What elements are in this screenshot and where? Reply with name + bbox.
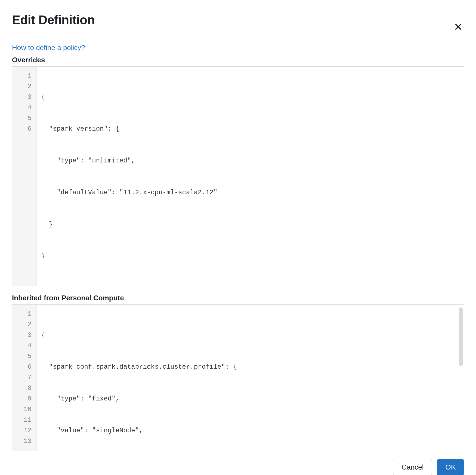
modal-header: Edit Definition ✕ (12, 8, 464, 44)
overrides-code-body[interactable]: { "spark_version": { "type": "unlimited"… (37, 67, 464, 286)
edit-definition-modal: Edit Definition ✕ How to define a policy… (0, 0, 476, 475)
code-line: "type": "unlimited", (41, 155, 459, 166)
line-number: 13 (12, 436, 34, 446)
line-number: 9 (12, 393, 34, 404)
overrides-gutter: 1 2 3 4 5 6 (12, 67, 37, 286)
help-link[interactable]: How to define a policy? (12, 44, 85, 52)
code-line: "spark_version": { (41, 124, 459, 134)
line-number: 1 (12, 309, 34, 319)
code-line: } (41, 251, 459, 261)
code-line: { (41, 330, 459, 340)
line-number: 6 (12, 362, 34, 372)
inherited-gutter: 1 2 3 4 5 6 7 8 9 10 11 12 13 (12, 305, 37, 451)
code-line: "spark_conf.spark.databricks.cluster.pro… (41, 362, 459, 372)
line-number: 2 (12, 81, 34, 92)
line-number: 8 (12, 383, 34, 393)
inherited-code-editor[interactable]: 1 2 3 4 5 6 7 8 9 10 11 12 13 { "spark_c… (12, 304, 464, 451)
code-line: "type": "fixed", (41, 393, 459, 404)
code-line: "value": "singleNode", (41, 425, 459, 436)
scrollbar-thumb[interactable] (459, 307, 463, 366)
line-number: 4 (12, 102, 34, 113)
line-number: 12 (12, 425, 34, 436)
code-line: } (41, 219, 459, 230)
inherited-label: Inherited from Personal Compute (12, 294, 464, 302)
overrides-label: Overrides (12, 56, 464, 64)
line-number: 10 (12, 404, 34, 415)
overrides-code-editor[interactable]: 1 2 3 4 5 6 { "spark_version": { "type":… (12, 66, 464, 286)
code-line: "defaultValue": "11.2.x-cpu-ml-scala2.12… (41, 187, 459, 198)
line-number: 2 (12, 319, 34, 330)
line-number: 5 (12, 351, 34, 362)
line-number: 11 (12, 415, 34, 425)
line-number: 6 (12, 124, 34, 134)
line-number: 7 (12, 372, 34, 383)
line-number: 3 (12, 92, 34, 102)
line-number: 4 (12, 340, 34, 351)
line-number: 1 (12, 70, 34, 81)
close-icon[interactable]: ✕ (453, 20, 464, 33)
line-number: 5 (12, 113, 34, 124)
modal-footer: Cancel OK (12, 459, 464, 475)
code-line: { (41, 92, 459, 102)
line-number: 3 (12, 330, 34, 340)
ok-button[interactable]: OK (437, 459, 464, 475)
cancel-button[interactable]: Cancel (393, 459, 432, 475)
inherited-code-body[interactable]: { "spark_conf.spark.databricks.cluster.p… (37, 305, 464, 451)
modal-title: Edit Definition (12, 13, 95, 27)
